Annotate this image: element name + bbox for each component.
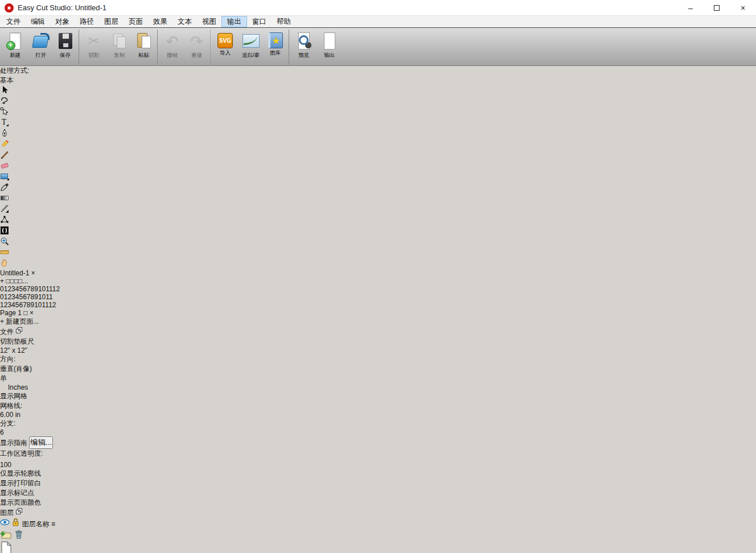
minimize-button[interactable]: – — [677, 0, 704, 15]
menu-item[interactable]: 文件 — [1, 16, 26, 27]
brush-tool[interactable] — [0, 150, 756, 161]
toolbar-button-label: 新建 — [10, 52, 20, 59]
cutting-mat[interactable]: 123456789101112 — [0, 301, 756, 309]
toolbar-button-label: 撤销 — [167, 52, 178, 59]
menu-item[interactable]: 文本 — [172, 16, 197, 27]
pen-tool[interactable] — [0, 129, 756, 139]
ruler-number: 7 — [27, 285, 31, 293]
toolbar-button-undo[interactable]: ↶ 撤销 — [159, 30, 185, 65]
text-tool[interactable]: T — [0, 118, 756, 129]
menu-item[interactable]: 效果 — [148, 16, 172, 27]
canvas-viewport: 0123456789101112 01234567891011 12345678… — [0, 285, 756, 309]
ruler-vertical: 01234567891011 — [0, 293, 756, 301]
gradient-tool[interactable] — [0, 193, 756, 204]
units-label: 单 — [0, 374, 7, 382]
layer-menu-icon[interactable]: ≡ — [51, 520, 55, 528]
toolbar-button-preview[interactable]: 预览 — [291, 30, 317, 65]
maximize-button[interactable] — [704, 0, 730, 15]
toolbar-button-icon: ★ — [268, 32, 283, 48]
polygon-edit-tool[interactable] — [0, 215, 756, 226]
main-toolbar: 新建 打开 保存 ✂ 切割 复制 粘贴 ↶ 撤销 ↷ — [0, 28, 756, 66]
canvas-content[interactable]: 123456789101112 — [0, 301, 756, 309]
menu-item[interactable]: 帮助 — [272, 16, 296, 27]
pencil-tool[interactable] — [0, 139, 756, 150]
toolbar-button-icon — [241, 31, 261, 51]
close-tab-icon[interactable]: × — [31, 269, 35, 277]
menu-item[interactable]: 图层 — [99, 16, 124, 27]
add-tab-icon: + — [0, 277, 4, 285]
close-page-icon[interactable]: × — [30, 309, 34, 317]
rectangle-tool[interactable] — [0, 172, 756, 183]
gridline-label: 网格线: — [0, 402, 22, 410]
dock-document-tab[interactable] — [0, 541, 756, 553]
menu-item[interactable]: 编辑 — [26, 16, 50, 27]
layers-panel-header: 图层 — [0, 507, 756, 518]
toolbar-button-icon: ↶ — [163, 31, 182, 51]
lasso-tool[interactable] — [0, 96, 756, 107]
tool-palette: T — [0, 85, 756, 269]
delete-layer-icon[interactable] — [14, 533, 23, 541]
toolbar-button-cut[interactable]: ✂ 切割 — [81, 30, 106, 65]
menu-item[interactable]: 对象 — [50, 16, 75, 27]
visibility-eye-icon[interactable] — [0, 520, 10, 528]
node-select-tool[interactable] — [0, 107, 756, 118]
dock-strip: AA ? — [0, 541, 756, 553]
process-mode-label: 处理方式: — [0, 67, 29, 75]
tab-page-1[interactable]: Page 1 □ × — [0, 309, 756, 317]
subdivision-spinner[interactable]: 6 — [0, 428, 756, 436]
menu-item[interactable]: 路径 — [75, 16, 99, 27]
zoom-tool[interactable] — [0, 237, 756, 247]
menu-item[interactable]: 页面 — [124, 16, 148, 27]
toolbar-button-new[interactable]: 新建 — [2, 30, 28, 65]
toolbar-button-import[interactable]: SVG 导入 — [212, 30, 238, 65]
layers-toolbar: 图层名称 ≡ — [0, 518, 756, 529]
menu-item[interactable]: 视图 — [197, 16, 221, 27]
select-tool[interactable] — [0, 85, 756, 96]
toolbar-button-icon — [56, 31, 75, 51]
right-panel: 文件 切割垫板尺 12" x 12" 方向: 垂直(肖像) 单 Inches 显… — [0, 327, 756, 541]
ruler-number: 6 — [23, 285, 27, 293]
pan-hand-tool[interactable] — [0, 258, 756, 269]
add-layer-icon[interactable] — [0, 533, 13, 541]
popout-icon[interactable] — [15, 328, 23, 336]
process-mode-select[interactable]: 基本 — [0, 76, 756, 85]
tab-new-page[interactable]: + 新建页面... — [0, 317, 756, 327]
toolbar-button-copy[interactable]: 复制 — [106, 30, 132, 65]
toolbar-button-label: 输出 — [324, 52, 335, 59]
close-button[interactable]: × — [730, 0, 756, 15]
menu-item[interactable]: 输出 — [221, 16, 247, 27]
ruler-number: 10 — [38, 293, 46, 301]
contrast-tool[interactable] — [0, 226, 756, 237]
toolbar-button-trace[interactable]: 追踪/摹 — [238, 30, 264, 65]
tab-untitled-1[interactable]: Untitled-1 × — [0, 269, 756, 277]
toolbar-button-output[interactable]: 输出 — [317, 30, 342, 65]
menu-item[interactable]: 窗口 — [247, 16, 272, 27]
lock-icon[interactable] — [11, 520, 20, 528]
eyedropper-tool[interactable] — [0, 183, 756, 193]
knife-tool[interactable] — [0, 204, 756, 215]
toolbar-button-label: 图库 — [270, 49, 281, 57]
edit-guides-button[interactable]: 编辑... — [29, 436, 53, 449]
tab-new-project[interactable]: + □□□□... — [0, 277, 756, 285]
orientation-select[interactable]: 垂直(肖像) — [0, 364, 756, 374]
mat-size-select[interactable]: 12" x 12" — [0, 346, 756, 354]
toolbar-button-paste[interactable]: 粘贴 — [132, 30, 158, 65]
popout-icon[interactable] — [15, 509, 23, 517]
toolbar-button-redo[interactable]: ↷ 重做 — [185, 30, 211, 65]
ruler-horizontal: 0123456789101112 — [0, 285, 756, 293]
gridline-spinner[interactable]: 6.00 in — [0, 411, 756, 419]
ruler-number: 9 — [34, 285, 38, 293]
measure-tool[interactable] — [0, 247, 756, 258]
units-select[interactable]: Inches — [8, 383, 756, 391]
toolbar-button-library[interactable]: ★ 图库 — [264, 30, 289, 65]
toolbar-button-open[interactable]: 打开 — [28, 30, 54, 65]
ruler-number: 10 — [38, 285, 46, 293]
menu-bar: 文件编辑对象路径图层页面效果文本视图输出窗口帮助 — [0, 16, 756, 28]
show-grid-label: 显示网格 — [0, 392, 27, 400]
toolbar-button-label: 切割 — [88, 52, 99, 59]
eraser-tool[interactable] — [0, 161, 756, 172]
options-bar: 处理方式: 基本 — [0, 66, 756, 85]
opacity-value: 100 — [0, 461, 11, 469]
toolbar-button-icon: ↷ — [187, 31, 207, 51]
toolbar-button-save[interactable]: 保存 — [54, 30, 79, 65]
